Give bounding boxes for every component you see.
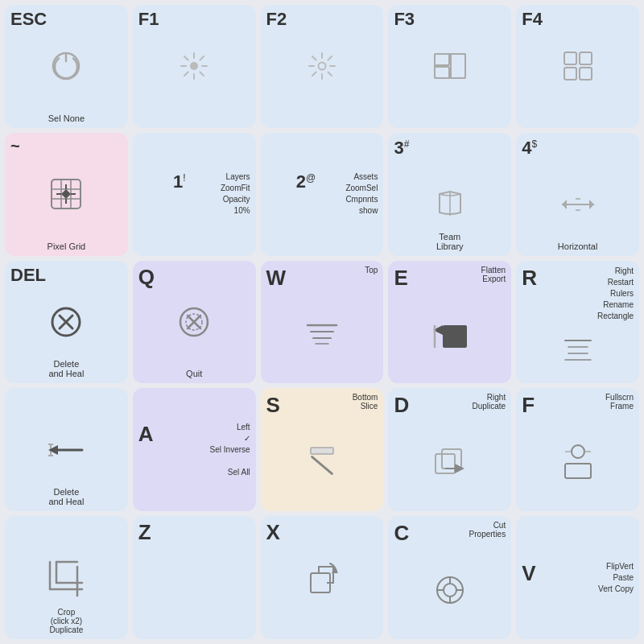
svg-line-68: [312, 452, 332, 478]
a-label: A: [138, 422, 154, 447]
four-label: 4$: [522, 138, 537, 159]
key-z[interactable]: Z: [133, 516, 256, 639]
w-sublabel: Top: [365, 266, 378, 275]
svg-marker-40: [589, 200, 594, 209]
w-label: W: [266, 266, 287, 291]
svg-point-86: [444, 584, 456, 597]
key-s[interactable]: S BottomSlice: [261, 388, 384, 511]
svg-line-7: [184, 56, 188, 60]
f2-label: F2: [266, 9, 287, 30]
key-del[interactable]: DEL Deleteand Heal: [5, 261, 128, 384]
key-f1[interactable]: F1: [133, 5, 256, 128]
key-3[interactable]: 3# TeamLibrary: [388, 133, 511, 256]
svg-rect-23: [435, 67, 449, 78]
r-label: R: [522, 266, 537, 291]
q-desc: Quit: [133, 369, 256, 378]
e-label: E: [394, 266, 407, 291]
r-sublabel: RightRestartRulersRenameRectangle: [597, 266, 634, 322]
svg-point-2: [190, 62, 198, 70]
key-tilde[interactable]: ~ Pixel Grid: [5, 133, 128, 256]
f2-icon: [307, 10, 337, 123]
c-icon: [436, 546, 464, 634]
key-v[interactable]: V FlipVertPasteVert Copy: [516, 516, 639, 639]
key-f[interactable]: F FullscrnFrame: [516, 388, 639, 511]
q-icon: [177, 266, 211, 379]
f-label: F: [522, 393, 535, 418]
svg-rect-67: [311, 448, 333, 454]
three-label: 3#: [394, 138, 409, 159]
key-d[interactable]: D RightDuplicate: [388, 388, 511, 511]
svg-rect-25: [580, 52, 592, 64]
key-2[interactable]: 2@ AssetsZoomSelCmpnntsshow: [261, 133, 384, 256]
one-sublabel: LayersZoomFitOpacity10%: [221, 171, 250, 217]
svg-rect-26: [564, 68, 576, 80]
svg-rect-21: [435, 54, 449, 65]
tilde-icon: [48, 138, 84, 251]
key-f4[interactable]: F4: [516, 5, 639, 128]
z-label: Z: [138, 520, 151, 545]
esc-icon: [51, 10, 81, 123]
two-sublabel: AssetsZoomSelCmpnntsshow: [345, 171, 378, 217]
key-4[interactable]: 4$ Horizontal: [516, 133, 639, 256]
key-f3[interactable]: F3: [388, 5, 511, 128]
crop-desc: Crop(click x2)Duplicate: [5, 608, 128, 634]
svg-rect-27: [580, 68, 592, 80]
svg-rect-69: [436, 454, 455, 473]
two-label: 2@: [296, 171, 316, 192]
key-c[interactable]: C CutProperties: [388, 516, 511, 639]
a-sublabel: Left✓Sel InverseSel All: [210, 422, 250, 478]
f4-label: F4: [522, 9, 543, 30]
tilde-label: ~: [10, 137, 20, 155]
svg-line-10: [184, 72, 188, 76]
one-label: 1!: [173, 171, 186, 192]
key-1[interactable]: 1! LayersZoomFitOpacity10%: [133, 133, 256, 256]
svg-rect-22: [451, 54, 465, 78]
key-crop[interactable]: Crop(click x2)Duplicate: [5, 516, 128, 639]
e-icon: [433, 291, 467, 379]
f-sublabel: FullscrnFrame: [605, 393, 634, 411]
esc-desc: Sel None: [5, 114, 128, 123]
svg-line-17: [328, 72, 332, 76]
delete-heal-desc: Deleteand Heal: [5, 487, 128, 506]
svg-point-73: [572, 445, 584, 458]
keyboard-grid: ESC Sel None F1: [0, 0, 644, 644]
s-label: S: [266, 393, 280, 418]
d-icon: [434, 418, 466, 506]
svg-line-18: [328, 56, 332, 60]
key-a[interactable]: A Left✓Sel InverseSel All: [133, 388, 256, 511]
svg-rect-55: [443, 325, 467, 348]
del-label: DEL: [10, 265, 46, 286]
f-icon: [564, 418, 592, 506]
svg-point-11: [318, 63, 325, 70]
key-delete-heal[interactable]: Deleteand Heal: [5, 388, 128, 511]
s-icon: [309, 418, 335, 506]
esc-label: ESC: [10, 9, 47, 30]
e-sublabel: FlattenExport: [481, 266, 506, 283]
svg-marker-66: [48, 445, 58, 455]
svg-marker-41: [562, 200, 567, 209]
c-sublabel: CutProperties: [469, 521, 506, 539]
svg-line-19: [312, 72, 316, 76]
q-label: Q: [138, 265, 155, 290]
key-x[interactable]: X: [261, 516, 384, 639]
key-r[interactable]: R RightRestartRulersRenameRectangle: [516, 261, 639, 384]
tilde-desc: Pixel Grid: [5, 242, 128, 251]
four-icon: [560, 159, 596, 251]
key-esc[interactable]: ESC Sel None: [5, 5, 128, 128]
svg-marker-33: [61, 189, 71, 199]
key-e[interactable]: E FlattenExport: [388, 261, 511, 384]
x-label: X: [266, 520, 280, 545]
key-q[interactable]: Q Quit: [133, 261, 256, 384]
three-desc: TeamLibrary: [388, 232, 511, 251]
f1-label: F1: [138, 9, 159, 30]
key-w[interactable]: W Top: [261, 261, 384, 384]
d-label: D: [394, 393, 409, 418]
key-f2[interactable]: F2: [261, 5, 384, 128]
svg-line-8: [200, 72, 204, 76]
v-sublabel: FlipVertPasteVert Copy: [598, 561, 634, 595]
del-desc: Deleteand Heal: [5, 359, 128, 378]
s-sublabel: BottomSlice: [353, 393, 378, 411]
f4-icon: [563, 10, 593, 123]
w-icon: [308, 291, 336, 379]
four-desc: Horizontal: [516, 242, 639, 251]
